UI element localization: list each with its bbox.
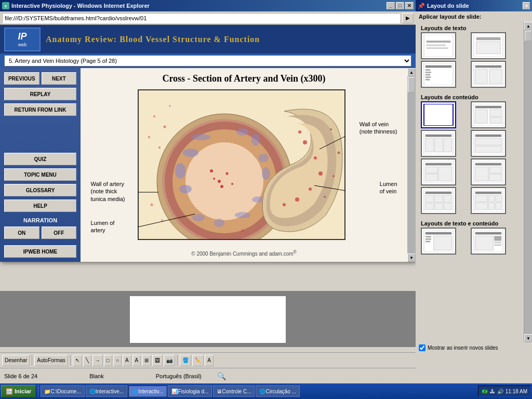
autoformas-button[interactable]: AutoFormas [34,355,68,366]
scroll-up-button[interactable]: ▲ [407,68,416,76]
layout-thumb-c2[interactable] [471,101,506,128]
svg-point-31 [330,128,332,130]
svg-point-26 [318,171,323,176]
svg-rect-111 [434,236,452,250]
return-from-link-button[interactable]: RETURN FROM LINK [4,103,76,116]
image-tool[interactable]: 📷 [164,355,175,366]
svg-rect-81 [425,163,451,166]
line-tool[interactable]: ╲ [83,355,91,366]
svg-rect-83 [425,174,437,181]
scroll-down-button[interactable]: ▼ [407,254,416,262]
page-selector[interactable]: 5. Artery and Vein Histology (Page 5 of … [4,55,411,66]
narration-controls: ON OFF [4,227,76,239]
start-button[interactable]: 🪟 Iniciar [1,385,36,397]
rect-tool[interactable]: □ [104,355,112,366]
layout-thumb-title[interactable] [471,32,506,59]
replay-button[interactable]: REPLAY [4,88,76,100]
status-bar: Slide 6 de 24 Blank Português (Brasil) 🔍 [0,368,416,383]
slide-info: Slide 6 de 24 [4,373,37,379]
go-button[interactable]: ▶ [402,13,414,23]
help-button[interactable]: HELP [4,200,76,212]
panel-scroll-track [524,30,532,334]
draw-button[interactable]: Desenhar [2,355,30,366]
restore-button[interactable]: □ [396,2,404,9]
close-button[interactable]: ✕ [405,2,414,9]
svg-point-27 [309,188,312,191]
volume-icon: 🔊 [497,389,503,394]
content-title: Cross - Section of Artery and Vein (x300… [162,73,325,84]
layout-thumb-c5[interactable] [421,158,456,185]
svg-rect-59 [425,76,431,78]
arrow-tool[interactable]: → [92,355,103,366]
panel-scroll-up[interactable]: ▲ [524,22,532,30]
fill-color-btn[interactable]: 🪣 [180,355,191,366]
svg-point-32 [337,152,340,154]
svg-point-9 [231,183,233,185]
layout-thumb-c3[interactable] [421,130,456,157]
svg-point-13 [175,163,185,179]
svg-point-37 [148,136,150,138]
oval-tool[interactable]: ○ [113,355,122,366]
layout-thumb-c7[interactable] [421,187,456,214]
svg-point-39 [169,105,171,107]
layout-thumb-c8[interactable] [471,187,506,214]
diagram-tool[interactable]: ⊞ [142,355,151,366]
topic-menu-button[interactable]: TOPIC MENU [4,168,76,181]
taskbar-btn-5[interactable]: 🖥 Controle C... [213,385,255,397]
layout-thumb-blank[interactable] [421,32,456,59]
svg-rect-53 [476,42,500,54]
svg-rect-94 [444,195,451,202]
taskbar-btn-6[interactable]: 🌐 Circulação ... [256,385,299,397]
minimize-button[interactable]: _ [387,2,395,9]
font-color-btn[interactable]: A [205,355,214,366]
pp-panel-close[interactable]: ✕ [523,2,530,9]
layout-thumb-content2[interactable] [471,61,506,88]
ipweb-home-button[interactable]: IPWEB HOME [4,245,76,258]
layout-thumb-selected[interactable] [421,101,456,128]
taskbar-separator [38,385,38,397]
panel-scroll-thumb[interactable] [525,31,532,41]
cursor-tool[interactable]: ↖ [73,355,82,366]
svg-rect-93 [435,195,443,202]
slide-area [0,291,416,347]
text-layouts-title: Layouts de texto [421,25,518,31]
svg-point-16 [236,128,249,136]
quiz-button[interactable]: QUIZ [4,153,76,165]
svg-rect-117 [494,244,501,246]
scroll-thumb[interactable] [408,77,415,92]
clock: 11:18 AM [506,389,527,394]
svg-point-33 [332,175,335,177]
clipart-tool[interactable]: 🖼 [152,355,163,366]
address-input[interactable] [2,13,400,23]
next-button[interactable]: NEXT [42,72,77,85]
svg-rect-63 [475,69,487,84]
narration-off-button[interactable]: OFF [42,227,77,239]
svg-rect-49 [427,45,446,46]
empty-slide [130,296,286,343]
svg-rect-116 [494,242,501,243]
svg-point-23 [192,214,205,221]
previous-button[interactable]: PREVIOUS [4,72,39,85]
taskbar-btn-1[interactable]: 📁 C:\Docume... [41,385,84,397]
svg-rect-100 [475,195,487,202]
textbox-tool[interactable]: A [123,355,131,366]
svg-rect-108 [425,236,431,237]
taskbar-btn-2[interactable]: 🌐 Interactive... [86,385,127,397]
content-layouts-title: Layouts de conteúdo [421,94,518,100]
show-checkbox[interactable] [419,344,425,351]
layout-thumb-tc1[interactable] [421,228,456,255]
address-bar: ▶ [0,11,416,25]
line-color-btn[interactable]: ✏️ [192,355,204,366]
narration-on-button[interactable]: ON [4,227,39,239]
layout-thumb-c4[interactable] [471,130,506,157]
panel-scroll-down[interactable]: ▼ [524,334,532,342]
taskbar-btn-4[interactable]: 📊 Fisiologia d... [168,385,212,397]
svg-rect-70 [489,117,501,123]
folder-icon: 📁 [44,389,50,394]
wordart-tool[interactable]: A [132,355,141,366]
layout-thumb-content1[interactable] [421,61,456,88]
taskbar-btn-3[interactable]: 🌐 Interactiv... [128,385,167,397]
layout-thumb-c6[interactable] [471,158,506,185]
layout-thumb-tc2[interactable] [471,228,506,255]
glossary-button[interactable]: GLOSSARY [4,184,76,196]
